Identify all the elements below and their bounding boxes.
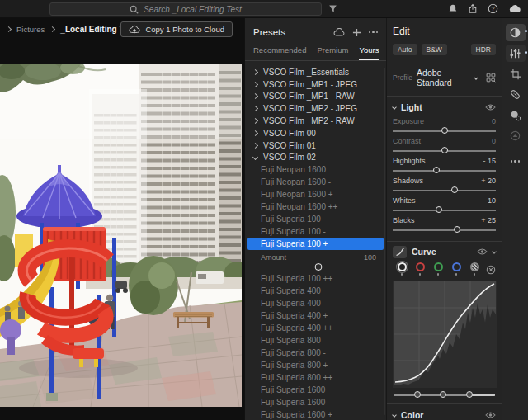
crop-icon[interactable] xyxy=(506,65,526,83)
slider-label: Blacks xyxy=(393,216,415,224)
eye-icon[interactable] xyxy=(485,411,496,419)
slider-track[interactable] xyxy=(393,186,496,196)
photo-area: Pictures _Local Editing Test Copy 1 Phot… xyxy=(0,18,244,420)
preset-item[interactable]: Fuji Superia 400 ++ xyxy=(245,322,386,334)
channel-green[interactable] xyxy=(429,262,447,276)
channel-blue[interactable] xyxy=(447,262,465,276)
preset-item[interactable]: Fuji Superia 800 - xyxy=(245,347,386,359)
preset-folder-label: VSCO Film _MP2 - RAW xyxy=(263,116,355,125)
help-icon[interactable]: ? xyxy=(488,3,498,14)
preset-item[interactable]: Fuji Superia 1600 + xyxy=(245,408,386,420)
slider-track[interactable] xyxy=(393,126,496,136)
channel-red[interactable] xyxy=(411,262,429,276)
preset-sync-cloud-icon[interactable] xyxy=(333,28,345,37)
preset-item[interactable]: Fuji Neopan 1600 - xyxy=(245,176,386,188)
eye-icon[interactable] xyxy=(485,103,496,111)
preset-folder[interactable]: VSCO Film 01 xyxy=(245,139,386,152)
breadcrumb-root[interactable]: Pictures xyxy=(16,25,45,34)
preset-item[interactable]: Fuji Superia 1600 - xyxy=(245,396,386,408)
color-mixer-icon[interactable] xyxy=(506,45,526,62)
channel-modified-dot xyxy=(474,273,476,276)
curve-section-header[interactable]: Curve xyxy=(393,242,496,262)
tab-recommended[interactable]: Recommended xyxy=(253,40,306,60)
slider-track[interactable] xyxy=(393,205,496,215)
preset-folder[interactable]: VSCO Film _MP1 - JPEG xyxy=(245,78,386,91)
edit-title: Edit xyxy=(393,26,496,37)
preset-folder-label: VSCO Film _MP2 - JPEG xyxy=(263,104,357,113)
more-tools-icon[interactable] xyxy=(506,153,526,170)
preset-item[interactable]: Fuji Neopan 1600 + xyxy=(245,188,386,201)
copy-to-cloud-button[interactable]: Copy 1 Photo to Cloud xyxy=(120,21,233,37)
profile-browse-icon[interactable] xyxy=(486,72,496,83)
preset-folder-label: VSCO Film _Essentials xyxy=(263,68,349,77)
edit-sliders-icon[interactable] xyxy=(506,24,526,41)
preset-item[interactable]: Fuji Superia 800 + xyxy=(245,359,386,371)
preset-item[interactable]: Fuji Superia 800 xyxy=(245,334,386,347)
masking-icon[interactable] xyxy=(506,106,526,124)
add-preset-icon[interactable] xyxy=(352,28,361,37)
slider-track[interactable] xyxy=(393,225,496,235)
preset-folder[interactable]: VSCO Film 02 xyxy=(245,152,386,164)
slider-handle[interactable] xyxy=(433,167,440,173)
slider-label: Highlights xyxy=(393,157,426,165)
slider-handle[interactable] xyxy=(451,186,458,193)
share-icon[interactable] xyxy=(468,3,478,14)
preset-item[interactable]: Fuji Superia 400 + xyxy=(245,309,386,322)
modified-indicator-dot xyxy=(525,51,527,54)
channel-luminance[interactable] xyxy=(393,262,411,276)
light-section-header[interactable]: Light xyxy=(393,97,496,117)
preset-folder[interactable]: VSCO Film _MP1 - RAW xyxy=(245,91,386,103)
healing-icon[interactable] xyxy=(506,86,526,103)
curve-icon[interactable] xyxy=(393,246,407,258)
search-input[interactable]: Search _Local Editing Test xyxy=(50,2,322,16)
region-handle[interactable] xyxy=(414,391,421,398)
curve-reset-icon[interactable] xyxy=(486,262,496,278)
tab-premium[interactable]: Premium xyxy=(317,40,348,60)
slider-handle[interactable] xyxy=(436,206,442,213)
preset-folder[interactable]: VSCO Film 00 xyxy=(245,127,386,139)
tab-yours[interactable]: Yours xyxy=(359,40,379,60)
presets-title: Presets xyxy=(253,27,333,37)
slider-handle[interactable] xyxy=(441,127,448,134)
bell-icon[interactable] xyxy=(448,3,458,14)
hdr-button[interactable]: HDR xyxy=(471,44,496,55)
preset-list: VSCO Film _EssentialsVSCO Film _MP1 - JP… xyxy=(245,61,386,420)
region-handle[interactable] xyxy=(440,391,446,398)
preset-folder[interactable]: VSCO Film _MP2 - RAW xyxy=(245,115,386,127)
preset-item[interactable]: Fuji Superia 400 xyxy=(245,285,386,297)
preset-item[interactable]: Fuji Neopan 1600 ++ xyxy=(245,201,386,213)
preset-item[interactable]: Fuji Superia 100 xyxy=(245,213,386,225)
amount-slider-handle[interactable] xyxy=(315,263,323,271)
slider-handle[interactable] xyxy=(441,147,448,153)
preset-item[interactable]: Fuji Neopan 1600 xyxy=(245,163,386,176)
amount-slider[interactable] xyxy=(261,262,376,271)
slider-shadows: Shadows+ 20 xyxy=(393,177,496,196)
preset-item[interactable]: Fuji Superia 100 ++ xyxy=(245,272,386,285)
preset-item[interactable]: Fuji Superia 800 ++ xyxy=(245,371,386,384)
more-options-icon[interactable] xyxy=(369,31,379,34)
slider-handle[interactable] xyxy=(454,226,460,233)
curve-region-slider[interactable] xyxy=(393,390,496,399)
profile-row[interactable]: Profile Adobe Standard xyxy=(393,68,496,87)
slider-track[interactable] xyxy=(393,146,496,156)
preset-item[interactable]: Fuji Superia 400 - xyxy=(245,297,386,309)
slider-track[interactable] xyxy=(393,166,496,176)
cloud-icon[interactable] xyxy=(508,3,521,14)
preset-folder[interactable]: VSCO Film _MP2 - JPEG xyxy=(245,102,386,115)
preset-item[interactable]: Fuji Superia 1600 xyxy=(245,384,386,396)
chevron-down-icon xyxy=(252,154,258,160)
photo-playground[interactable] xyxy=(0,64,242,407)
color-section-header[interactable]: Color xyxy=(393,404,496,420)
eye-icon[interactable] xyxy=(477,248,488,256)
channel-point-curve[interactable] xyxy=(465,262,483,276)
region-handle[interactable] xyxy=(466,391,473,398)
tone-curve[interactable] xyxy=(393,281,497,388)
preset-item-selected[interactable]: Fuji Superia 100 + xyxy=(248,238,384,250)
bw-button[interactable]: B&W xyxy=(422,44,447,55)
preset-folder[interactable]: VSCO Film _Essentials xyxy=(245,66,386,78)
lens-blur-icon[interactable] xyxy=(506,127,526,144)
filter-icon[interactable] xyxy=(328,4,337,13)
presets-scrollbar[interactable] xyxy=(384,68,385,415)
auto-button[interactable]: Auto xyxy=(393,44,417,55)
preset-item[interactable]: Fuji Superia 100 - xyxy=(245,225,386,238)
